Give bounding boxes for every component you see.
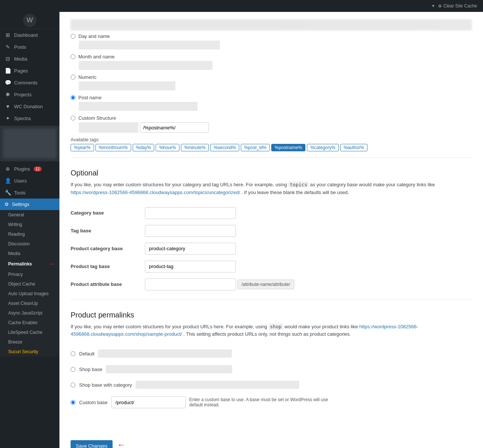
custom-structure-row xyxy=(79,122,472,133)
radio-custom[interactable] xyxy=(71,116,75,120)
tools-icon: 🔧 xyxy=(4,190,11,196)
product-option-shop-base[interactable]: Shop base xyxy=(71,361,472,377)
tag-second[interactable]: %second% xyxy=(210,144,239,151)
dashboard-icon: ⊞ xyxy=(4,32,11,38)
sidebar-sub-permalinks[interactable]: Permalinks ← xyxy=(0,258,59,270)
optional-example-link[interactable]: https://wordpress-1082566-4596868.cloudw… xyxy=(71,190,240,195)
save-section: Save Changes ← xyxy=(59,432,483,448)
sidebar-item-pages[interactable]: 📄 Pages xyxy=(0,65,59,77)
sidebar-sub-sucuri[interactable]: Sucuri Security xyxy=(0,347,59,357)
radio-month-name[interactable] xyxy=(71,54,75,59)
optional-description: If you like, you may enter custom struct… xyxy=(71,181,472,197)
sidebar-item-spectra[interactable]: ✦ Spectra xyxy=(0,112,59,124)
sidebar-sub-breeze[interactable]: Breeze xyxy=(0,337,59,347)
clear-cache-icon: ⊕ xyxy=(438,3,442,9)
optional-fields-table: Category base Tag base Product category … xyxy=(71,204,472,293)
product-category-base-field xyxy=(145,240,472,258)
sidebar-item-comments[interactable]: 💬 Comments xyxy=(0,77,59,88)
preview-day-name xyxy=(79,41,220,49)
sidebar-label-spectra: Spectra xyxy=(14,116,31,121)
sidebar-sub-privacy[interactable]: Privacy xyxy=(0,270,59,279)
sidebar-sub-reading[interactable]: Reading xyxy=(0,229,59,239)
sidebar-sub-discussion[interactable]: Discussion xyxy=(0,239,59,249)
main-content: Day and name Month and name Numeric xyxy=(59,12,483,448)
radio-day-name[interactable] xyxy=(71,34,75,39)
star-icon: ✦ xyxy=(431,3,435,9)
sidebar-sub-asset-cleanup[interactable]: Asset CleanUp xyxy=(0,299,59,308)
sidebar-item-posts[interactable]: ✎ Posts xyxy=(0,41,59,53)
sidebar-item-users[interactable]: 👤 Users xyxy=(0,175,59,187)
tag-year[interactable]: %year% xyxy=(71,144,94,151)
radio-numeric[interactable] xyxy=(71,75,75,80)
clear-cache-button[interactable]: ⊕ Clear Site Cache xyxy=(438,3,477,9)
settings-header[interactable]: ⚙ Settings xyxy=(0,199,59,210)
product-attribute-base-input[interactable] xyxy=(145,278,236,290)
label-day-name: Day and name xyxy=(78,33,110,39)
sidebar-label-users: Users xyxy=(14,178,27,184)
product-option-default[interactable]: Default xyxy=(71,346,472,361)
product-category-base-input[interactable] xyxy=(145,243,236,255)
tag-post-id[interactable]: %post_id% xyxy=(241,144,270,151)
sidebar-label-tools: Tools xyxy=(14,190,25,196)
radio-product-custom[interactable] xyxy=(71,400,75,405)
permalink-option-day-name[interactable]: Day and name xyxy=(71,33,472,49)
sidebar-sub-litespeed[interactable]: LiteSpeed Cache xyxy=(0,328,59,337)
radio-product-default[interactable] xyxy=(71,351,75,356)
radio-product-shop-cat[interactable] xyxy=(71,383,75,387)
label-post-name: Post name xyxy=(78,95,101,100)
plugins-badge: 11 xyxy=(34,167,42,171)
product-option-custom-base[interactable]: Custom base Enter a custom base to use. … xyxy=(71,393,472,412)
blurred-top-bar xyxy=(71,19,472,30)
product-option-shop-category[interactable]: Shop base with category xyxy=(71,377,472,393)
product-permalinks-title: Product permalinks xyxy=(71,307,472,319)
sidebar-sub-object-cache[interactable]: Object Cache xyxy=(0,279,59,289)
save-changes-button[interactable]: Save Changes xyxy=(71,440,113,448)
product-category-base-label: Product category base xyxy=(71,240,145,258)
permalink-option-month-name[interactable]: Month and name xyxy=(71,54,472,70)
permalinks-label: Permalinks xyxy=(8,261,32,267)
product-category-base-row: Product category base xyxy=(71,240,472,258)
optional-desc-3: . If you leave these blank the defaults … xyxy=(242,190,349,195)
permalink-option-post-name[interactable]: Post name xyxy=(71,95,472,111)
tag-minute[interactable]: %minute% xyxy=(181,144,209,151)
tag-base-input[interactable] xyxy=(145,225,236,237)
sidebar-item-tools[interactable]: 🔧 Tools xyxy=(0,187,59,199)
permalink-option-custom[interactable]: Custom Structure xyxy=(71,115,472,133)
settings-section: ⚙ Settings General Writing Reading Discu… xyxy=(0,199,59,357)
settings-label: Settings xyxy=(12,202,29,207)
sidebar-sub-cache-enabler[interactable]: Cache Enabler xyxy=(0,318,59,328)
product-desc-1: If you like, you may enter custom struct… xyxy=(71,324,267,329)
category-base-input[interactable] xyxy=(145,207,236,219)
sidebar-sub-auto-upload[interactable]: Auto Upload Images xyxy=(0,289,59,299)
sidebar-item-wc-donation[interactable]: ♥ WC Donation xyxy=(0,100,59,112)
sidebar-item-projects[interactable]: ✱ Projects xyxy=(0,88,59,100)
label-month-name: Month and name xyxy=(78,54,115,59)
tag-day[interactable]: %day% xyxy=(133,144,155,151)
sidebar-label-media: Media xyxy=(14,56,27,62)
sidebar-sub-async-js[interactable]: Async JavaScript xyxy=(0,308,59,318)
tag-hour[interactable]: %hour% xyxy=(156,144,179,151)
custom-base-input[interactable] xyxy=(111,396,186,408)
sidebar-sub-writing[interactable]: Writing xyxy=(0,220,59,229)
preview-product-default xyxy=(98,349,232,358)
radio-post-name[interactable] xyxy=(71,95,75,100)
sidebar-sub-general[interactable]: General xyxy=(0,210,59,220)
sidebar-sub-media[interactable]: Media xyxy=(0,249,59,258)
product-desc-3: . This setting affects product URLs only… xyxy=(184,331,351,337)
preview-product-shop-cat xyxy=(136,381,299,389)
product-permalinks-desc: If you like, you may enter custom struct… xyxy=(71,323,472,339)
sidebar-item-media[interactable]: ⊟ Media xyxy=(0,53,59,65)
product-tag-base-input[interactable] xyxy=(145,261,236,273)
permalink-option-numeric[interactable]: Numeric xyxy=(71,74,472,90)
tag-monthnum[interactable]: %monthnum% xyxy=(95,144,131,151)
available-tags-label: Available tags: xyxy=(71,137,472,142)
active-arrow-icon: ← xyxy=(49,261,55,267)
tag-category[interactable]: %category% xyxy=(307,144,338,151)
radio-product-shop[interactable] xyxy=(71,367,75,372)
sidebar-item-dashboard[interactable]: ⊞ Dashboard xyxy=(0,29,59,41)
sidebar-item-plugins[interactable]: ⊕ Plugins 11 xyxy=(0,163,59,175)
custom-structure-input[interactable] xyxy=(140,122,209,133)
category-base-field xyxy=(145,204,472,222)
tag-author[interactable]: %author% xyxy=(340,144,367,151)
tag-postname[interactable]: %postname% xyxy=(271,144,305,151)
